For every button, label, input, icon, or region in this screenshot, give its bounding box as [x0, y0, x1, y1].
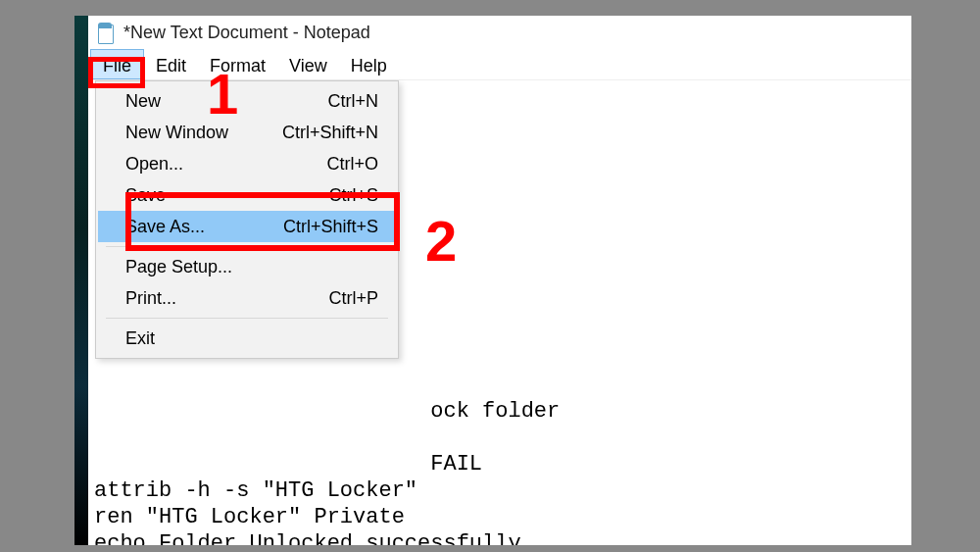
menu-item-page-setup[interactable]: Page Setup... — [98, 251, 396, 282]
titlebar[interactable]: *New Text Document - Notepad — [88, 16, 911, 49]
menu-item-label: New Window — [125, 123, 228, 143]
menu-item-shortcut: Ctrl+O — [326, 154, 378, 175]
menu-help[interactable]: Help — [339, 49, 399, 79]
menu-separator — [106, 246, 388, 247]
menu-item-label: Open... — [125, 154, 183, 175]
menu-item-shortcut: Ctrl+Shift+S — [283, 217, 378, 237]
menu-file[interactable]: File — [90, 49, 144, 79]
editor-visible-text: ock folder FAIL attrib -h -s "HTG Locker… — [94, 398, 911, 545]
desktop-background-strip — [74, 16, 88, 545]
menu-item-save[interactable]: Save Ctrl+S — [98, 179, 396, 211]
menu-item-exit[interactable]: Exit — [98, 323, 396, 354]
menu-item-open[interactable]: Open... Ctrl+O — [98, 148, 396, 179]
notepad-window: *New Text Document - Notepad File Edit F… — [88, 16, 911, 545]
menu-item-save-as[interactable]: Save As... Ctrl+Shift+S — [98, 211, 396, 242]
menu-item-label: Page Setup... — [125, 257, 232, 277]
menu-item-shortcut: Ctrl+P — [328, 288, 378, 309]
menu-item-shortcut: Ctrl+Shift+N — [282, 123, 378, 143]
menubar: File Edit Format View Help — [88, 49, 911, 80]
notepad-icon — [96, 21, 116, 44]
menu-item-label: Save — [125, 185, 166, 206]
menu-item-label: Exit — [125, 328, 155, 349]
menu-item-label: New — [125, 91, 161, 112]
menu-separator — [106, 318, 388, 319]
menu-item-new-window[interactable]: New Window Ctrl+Shift+N — [98, 117, 396, 148]
menu-view[interactable]: View — [277, 49, 339, 79]
menu-item-new[interactable]: New Ctrl+N — [98, 85, 396, 117]
menu-item-print[interactable]: Print... Ctrl+P — [98, 282, 396, 314]
menu-item-shortcut: Ctrl+S — [328, 185, 378, 206]
menu-item-shortcut: Ctrl+N — [327, 91, 378, 112]
menu-item-label: Print... — [125, 288, 176, 309]
file-dropdown-menu: New Ctrl+N New Window Ctrl+Shift+N Open.… — [95, 80, 399, 359]
menu-edit[interactable]: Edit — [144, 49, 198, 79]
window-title: *New Text Document - Notepad — [123, 23, 370, 43]
menu-item-label: Save As... — [125, 217, 205, 237]
menu-format[interactable]: Format — [198, 49, 277, 79]
